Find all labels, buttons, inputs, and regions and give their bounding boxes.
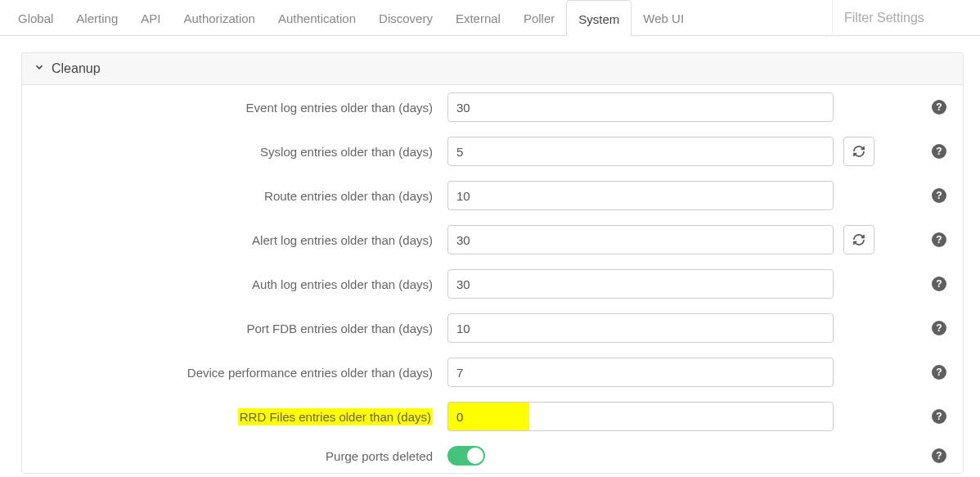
input-wrap xyxy=(447,402,834,431)
help-col: ? xyxy=(884,365,951,380)
filter-box xyxy=(832,0,980,35)
setting-input[interactable] xyxy=(447,225,834,254)
input-wrap xyxy=(447,358,834,387)
setting-row: Syslog entries older than (days)? xyxy=(22,129,963,173)
setting-input[interactable] xyxy=(447,402,834,431)
tab-global[interactable]: Global xyxy=(7,0,65,35)
purge-ports-toggle[interactable] xyxy=(447,446,485,466)
setting-row: Route entries older than (days)? xyxy=(22,173,963,218)
input-wrap xyxy=(447,92,834,122)
help-icon[interactable]: ? xyxy=(932,365,946,380)
setting-label: Event log entries older than (days) xyxy=(22,101,447,115)
reset-button[interactable] xyxy=(843,225,874,254)
help-col: ? xyxy=(884,409,951,424)
help-icon[interactable]: ? xyxy=(932,232,946,247)
setting-label: Auth log entries older than (days) xyxy=(22,277,447,291)
setting-label: Device performance entries older than (d… xyxy=(22,366,447,380)
content-area: Cleanup Event log entries older than (da… xyxy=(0,36,980,474)
input-wrap xyxy=(447,313,834,343)
setting-input[interactable] xyxy=(447,358,834,387)
reset-col xyxy=(834,225,884,254)
setting-row: Device performance entries older than (d… xyxy=(22,350,963,394)
tab-alerting[interactable]: Alerting xyxy=(65,0,129,35)
reset-button[interactable] xyxy=(843,137,874,166)
reset-col xyxy=(834,137,884,166)
setting-row: Alert log entries older than (days)? xyxy=(22,218,963,262)
help-icon[interactable]: ? xyxy=(932,321,946,335)
setting-input[interactable] xyxy=(447,92,834,122)
help-icon[interactable]: ? xyxy=(932,188,946,203)
tab-authentication[interactable]: Authentication xyxy=(267,0,367,35)
input-wrap xyxy=(447,137,834,166)
tab-api[interactable]: API xyxy=(129,0,172,35)
settings-tabs: GlobalAlertingAPIAuthorizationAuthentica… xyxy=(7,0,832,35)
setting-label: Syslog entries older than (days) xyxy=(22,145,447,159)
help-icon[interactable]: ? xyxy=(932,277,946,291)
tab-system[interactable]: System xyxy=(566,0,632,36)
tab-authorization[interactable]: Authorization xyxy=(172,0,267,35)
form-body: Event log entries older than (days)?Sysl… xyxy=(22,85,963,473)
input-wrap xyxy=(447,225,834,254)
setting-input[interactable] xyxy=(447,269,834,299)
help-icon[interactable]: ? xyxy=(932,144,946,159)
panel-title: Cleanup xyxy=(52,61,101,76)
chevron-down-icon xyxy=(34,61,45,76)
top-bar: GlobalAlertingAPIAuthorizationAuthentica… xyxy=(0,0,980,36)
tab-external[interactable]: External xyxy=(444,0,512,35)
setting-row: Purge ports deleted? xyxy=(22,439,963,473)
help-col: ? xyxy=(884,277,951,291)
help-col: ? xyxy=(884,188,951,203)
help-col: ? xyxy=(884,232,951,247)
tab-poller[interactable]: Poller xyxy=(512,0,566,35)
setting-label: Purge ports deleted xyxy=(22,449,447,463)
setting-row: Auth log entries older than (days)? xyxy=(22,262,963,306)
cleanup-panel-header[interactable]: Cleanup xyxy=(22,53,963,85)
refresh-icon xyxy=(852,145,865,158)
refresh-icon xyxy=(852,233,865,246)
setting-input[interactable] xyxy=(447,137,834,166)
setting-row: Event log entries older than (days)? xyxy=(22,85,963,129)
tab-discovery[interactable]: Discovery xyxy=(367,0,444,35)
setting-row: Port FDB entries older than (days)? xyxy=(22,306,963,350)
input-wrap xyxy=(447,269,834,299)
help-icon[interactable]: ? xyxy=(932,100,946,115)
input-wrap xyxy=(447,181,834,210)
setting-input[interactable] xyxy=(447,181,834,210)
setting-input[interactable] xyxy=(447,313,834,343)
help-col: ? xyxy=(884,448,951,463)
setting-label: Port FDB entries older than (days) xyxy=(22,322,447,335)
toggle-knob xyxy=(467,448,483,464)
help-col: ? xyxy=(884,100,951,115)
setting-label: Alert log entries older than (days) xyxy=(22,233,447,247)
setting-row: RRD Files entries older than (days)? xyxy=(22,394,963,439)
cleanup-panel: Cleanup Event log entries older than (da… xyxy=(21,52,964,474)
filter-settings-input[interactable] xyxy=(833,0,980,35)
help-col: ? xyxy=(884,321,951,335)
setting-label: Route entries older than (days) xyxy=(22,189,447,203)
input-wrap xyxy=(447,446,834,466)
help-col: ? xyxy=(884,144,951,159)
help-icon[interactable]: ? xyxy=(932,448,946,463)
help-icon[interactable]: ? xyxy=(932,409,946,424)
setting-label: RRD Files entries older than (days) xyxy=(22,410,447,424)
tab-web-ui[interactable]: Web UI xyxy=(632,0,695,35)
